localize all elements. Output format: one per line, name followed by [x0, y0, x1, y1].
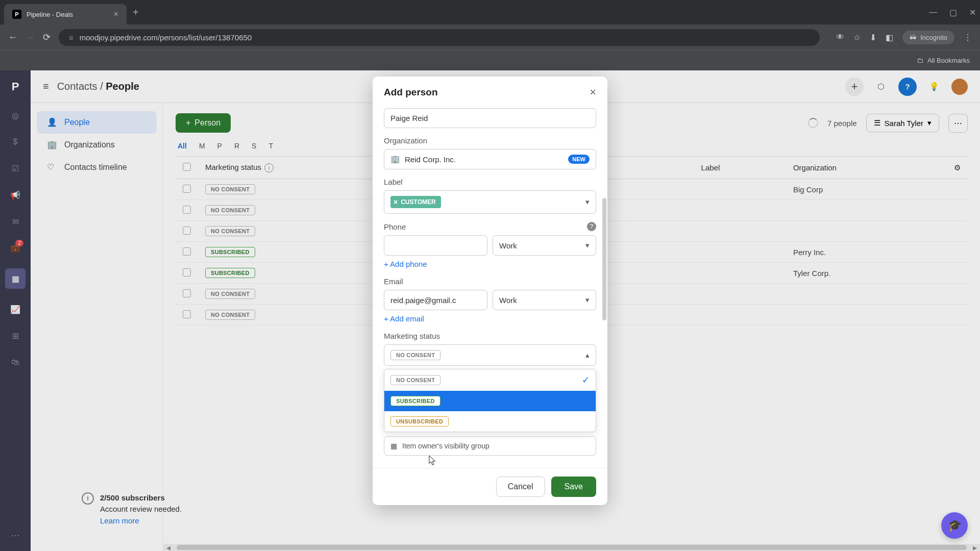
reload-button[interactable]: ⟳: [43, 32, 51, 43]
building-icon: 🏢: [390, 155, 400, 164]
marketing-selected-value: NO CONSENT: [390, 350, 440, 360]
window-controls: — ▢ ✕: [929, 8, 976, 17]
org-label: Organization: [384, 136, 596, 145]
modal-close-icon[interactable]: ×: [590, 86, 596, 99]
browser-tab[interactable]: P Pipeline - Deals ×: [4, 4, 127, 24]
help-fab[interactable]: 🎓: [941, 512, 968, 539]
eye-off-icon[interactable]: 👁: [836, 33, 844, 42]
marketing-status-select[interactable]: NO CONSENT ▴: [384, 344, 596, 366]
chevron-up-icon: ▴: [585, 350, 590, 360]
modal-scrollbar[interactable]: [602, 198, 606, 320]
visibility-group-select[interactable]: ▦ Item owner's visibility group: [384, 436, 596, 456]
option-no-consent[interactable]: NO CONSENT ✓: [384, 369, 596, 391]
help-icon[interactable]: ?: [587, 222, 596, 231]
incognito-badge: 🕶 Incognito: [902, 31, 954, 44]
bookmarks-bar: 🗀 All Bookmarks: [0, 50, 980, 70]
url-text: moodjoy.pipedrive.com/persons/list/user/…: [80, 33, 252, 42]
minimize-icon[interactable]: —: [929, 8, 937, 17]
new-tab-button[interactable]: +: [133, 7, 139, 18]
label-select[interactable]: ×CUSTOMER ▾: [384, 190, 596, 214]
bookmarks-label: All Bookmarks: [927, 57, 970, 64]
org-value: Reid Corp. Inc.: [405, 155, 456, 164]
modal-title: Add person: [384, 87, 438, 98]
grid-icon: ▦: [390, 442, 397, 450]
tab-favicon: P: [12, 10, 21, 19]
tab-close-icon[interactable]: ×: [114, 10, 118, 19]
download-icon[interactable]: ⬇: [870, 33, 876, 42]
add-email-link[interactable]: + Add email: [384, 314, 424, 323]
phone-label: Phone: [384, 222, 406, 231]
chevron-down-icon: ▾: [585, 295, 590, 305]
address-bar[interactable]: ≡ moodjoy.pipedrive.com/persons/list/use…: [59, 29, 820, 46]
chevron-down-icon: ▾: [585, 197, 590, 207]
chevron-down-icon: ▾: [585, 241, 590, 250]
phone-type-select[interactable]: Work ▾: [493, 235, 596, 256]
option-label: NO CONSENT: [390, 375, 440, 385]
browser-menu-icon[interactable]: ⋮: [964, 33, 972, 42]
email-label: Email: [384, 277, 596, 286]
maximize-icon[interactable]: ▢: [949, 8, 957, 17]
save-button[interactable]: Save: [551, 477, 596, 497]
option-label: SUBSCRIBED: [390, 396, 440, 406]
browser-tab-strip: P Pipeline - Deals × + — ▢ ✕: [0, 0, 980, 24]
customer-chip[interactable]: ×CUSTOMER: [390, 196, 441, 208]
add-phone-link[interactable]: + Add phone: [384, 260, 427, 268]
marketing-label: Marketing status: [384, 332, 596, 340]
add-person-modal: Add person × Organization 🏢 Reid Corp. I…: [373, 77, 607, 505]
option-label: UNSUBSCRIBED: [390, 416, 449, 427]
email-input[interactable]: [384, 290, 487, 310]
sidepanel-icon[interactable]: ◧: [886, 33, 893, 42]
close-window-icon[interactable]: ✕: [969, 8, 976, 17]
email-type-select[interactable]: Work ▾: [493, 290, 596, 310]
option-subscribed[interactable]: SUBSCRIBED: [384, 391, 596, 411]
label-field-label: Label: [384, 178, 596, 186]
bookmark-star-icon[interactable]: ☆: [853, 33, 861, 42]
visibility-label: Item owner's visibility group: [402, 442, 489, 450]
option-unsubscribed[interactable]: UNSUBSCRIBED: [384, 411, 596, 432]
organization-input[interactable]: 🏢 Reid Corp. Inc. NEW: [384, 149, 596, 169]
marketing-status-dropdown: NO CONSENT ✓ SUBSCRIBED UNSUBSCRIBED: [384, 369, 596, 432]
chip-remove-icon[interactable]: ×: [394, 198, 398, 206]
folder-icon: 🗀: [917, 57, 923, 64]
incognito-icon: 🕶: [910, 34, 916, 41]
forward-button: →: [26, 32, 35, 43]
phone-type-value: Work: [499, 241, 517, 250]
email-type-value: Work: [499, 296, 517, 305]
name-input[interactable]: [384, 108, 596, 128]
all-bookmarks-link[interactable]: 🗀 All Bookmarks: [917, 57, 970, 64]
tab-title: Pipeline - Deals: [27, 11, 109, 18]
back-button[interactable]: ←: [8, 32, 17, 43]
cancel-button[interactable]: Cancel: [496, 477, 545, 497]
incognito-label: Incognito: [920, 34, 947, 41]
check-icon: ✓: [582, 374, 590, 386]
site-info-icon[interactable]: ≡: [69, 33, 74, 42]
phone-input[interactable]: [384, 235, 487, 256]
new-badge: NEW: [568, 155, 590, 164]
browser-toolbar: ← → ⟳ ≡ moodjoy.pipedrive.com/persons/li…: [0, 24, 980, 50]
